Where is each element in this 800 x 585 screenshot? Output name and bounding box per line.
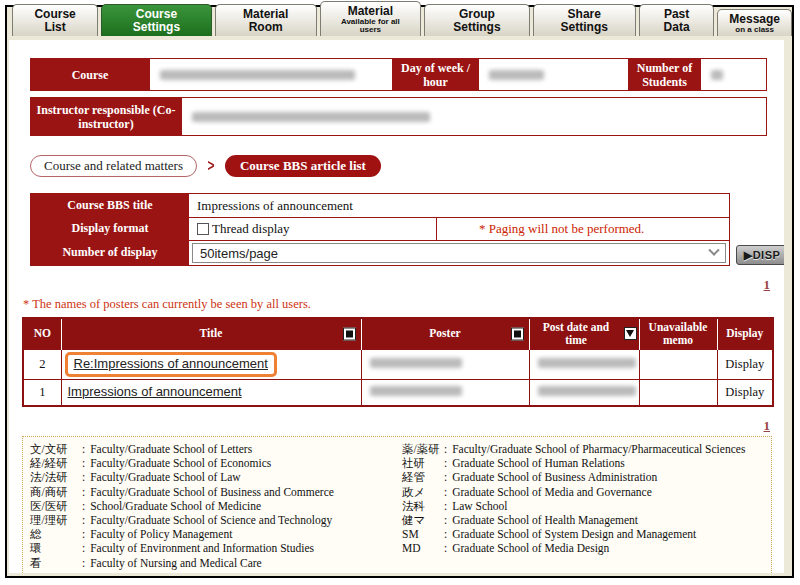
- col-header-date-label: Post date and time: [532, 321, 621, 347]
- bbs-title-value: Impressions of announcement: [189, 194, 729, 217]
- display-format-row: Display format Thread display * Paging w…: [31, 217, 729, 240]
- items-per-page-value: 50items/page: [200, 246, 278, 261]
- legend-abbr: 医/医研: [30, 499, 82, 513]
- legend-item: 総:Faculty of Policy Management: [30, 527, 402, 541]
- legend-item: 薬/薬研:Faculty/Graduate School of Pharmacy…: [402, 442, 767, 456]
- legend-abbr: 法/法研: [30, 470, 82, 484]
- row-poster-cell: [361, 349, 529, 379]
- legend-desc: Faculty/Graduate School of Science and T…: [90, 514, 332, 526]
- legend-colon: :: [82, 457, 85, 469]
- legend-abbr: 健マ: [402, 513, 444, 527]
- tab-past-data[interactable]: Past Data: [639, 4, 714, 36]
- legend-abbr: 薬/薬研: [402, 442, 444, 456]
- tab-bar: Course List Course Settings Material Roo…: [7, 7, 792, 36]
- legend-colon: :: [444, 457, 447, 469]
- tab-material-room[interactable]: Material Room: [215, 4, 317, 36]
- legend-desc: Graduate School of Human Relations: [452, 457, 624, 469]
- page-link[interactable]: 1: [764, 418, 771, 433]
- legend-desc: Faculty of Nursing and Medical Care: [90, 557, 262, 569]
- legend-colon: :: [82, 528, 85, 540]
- tab-label: Course Settings: [113, 8, 200, 34]
- col-header-poster-label: Poster: [429, 327, 460, 339]
- legend-abbr: 政メ: [402, 485, 444, 499]
- legend-item: 法科:Law School: [402, 499, 767, 513]
- poster-visibility-notice: * The names of posters can currently be …: [23, 297, 784, 313]
- breadcrumb-course-related-button[interactable]: Course and related matters: [30, 155, 197, 177]
- thread-display-option: Thread display: [189, 217, 436, 240]
- row-poster-cell: [361, 379, 529, 406]
- legend-item: 健マ:Graduate School of Health Management: [402, 513, 767, 527]
- legend-abbr: 経管: [402, 470, 444, 484]
- number-of-display-label: Number of display: [31, 240, 189, 265]
- breadcrumb-bbs-article-list: Course BBS article list: [225, 155, 381, 177]
- legend-desc: Law School: [452, 500, 507, 512]
- legend-item: 政メ:Graduate School of Media and Governan…: [402, 485, 767, 499]
- legend-colon: :: [82, 500, 85, 512]
- items-per-page-select[interactable]: 50items/page: [192, 243, 726, 263]
- faculty-legend: 文/文研:Faculty/Graduate School of Letters …: [22, 436, 772, 573]
- course-info-row: Course Day of week / hour Number of Stud…: [30, 58, 767, 91]
- legend-colon: :: [444, 443, 447, 455]
- sort-poster-icon[interactable]: [511, 327, 524, 340]
- col-header-title: Title: [61, 318, 361, 349]
- breadcrumb: Course and related matters > Course BBS …: [30, 155, 784, 177]
- tab-share-settings[interactable]: Share Settings: [533, 4, 636, 36]
- legend-desc: Faculty/Graduate School of Pharmacy/Phar…: [452, 443, 745, 455]
- legend-desc: Graduate School of Media and Governance: [452, 486, 652, 498]
- sort-square-glyph: [346, 330, 353, 337]
- col-header-no: NO: [23, 318, 61, 349]
- legend-colon: :: [82, 557, 85, 569]
- tab-course-list[interactable]: Course List: [12, 4, 98, 36]
- legend-abbr: SM: [402, 527, 444, 541]
- legend-abbr: 社研: [402, 456, 444, 470]
- article-link[interactable]: Impressions of announcement: [68, 384, 242, 399]
- legend-item: 経/経研:Faculty/Graduate School of Economic…: [30, 456, 402, 470]
- day-of-week-value: [478, 59, 628, 90]
- tab-group-settings[interactable]: Group Settings: [424, 4, 530, 36]
- legend-abbr: 環: [30, 541, 82, 555]
- tab-label: Material Room: [227, 8, 305, 34]
- row-display-link[interactable]: Display: [717, 379, 773, 406]
- legend-desc: Graduate School of Health Management: [452, 514, 638, 526]
- legend-abbr: 理/理研: [30, 513, 82, 527]
- legend-abbr: 経/経研: [30, 456, 82, 470]
- legend-desc: Faculty/Graduate School of Economics: [90, 457, 271, 469]
- col-header-title-label: Title: [200, 327, 223, 339]
- bbs-title-label: Course BBS title: [31, 194, 189, 217]
- row-date-cell: [529, 379, 639, 406]
- tab-course-settings[interactable]: Course Settings: [101, 4, 212, 36]
- redacted-poster-name: [370, 358, 462, 368]
- table-row: 1 Impressions of announcement Display: [23, 379, 773, 406]
- row-display-link[interactable]: Display: [717, 349, 773, 379]
- tab-label: Share Settings: [545, 8, 624, 34]
- tab-message[interactable]: Message on a class: [717, 9, 792, 36]
- legend-desc: Faculty/Graduate School of Business and …: [90, 486, 334, 498]
- row-title-cell: Re:Impressions of announcement: [61, 349, 361, 379]
- row-memo-cell: [639, 349, 717, 379]
- disp-button[interactable]: ▶DISP: [736, 245, 784, 265]
- col-header-memo: Unavailable memo: [639, 318, 717, 349]
- legend-abbr: 看: [30, 556, 82, 570]
- tab-material-all-users[interactable]: Material Available for all users: [320, 1, 422, 36]
- legend-abbr: 法科: [402, 499, 444, 513]
- course-label: Course: [31, 59, 149, 90]
- sort-title-icon[interactable]: [343, 327, 356, 340]
- sort-date-desc-icon[interactable]: [624, 327, 637, 340]
- instructor-label: Instructor responsible (Co-instructor): [31, 98, 181, 135]
- tab-sublabel: on a class: [729, 26, 780, 34]
- legend-item: 法/法研:Faculty/Graduate School of Law: [30, 470, 402, 484]
- students-label: Number of Students: [628, 59, 700, 90]
- article-link[interactable]: Re:Impressions of announcement: [74, 356, 268, 371]
- page-link[interactable]: 1: [764, 277, 771, 292]
- redacted-poster-name: [370, 386, 462, 396]
- legend-item: 商/商研:Faculty/Graduate School of Business…: [30, 485, 402, 499]
- redacted-post-date: [538, 386, 636, 396]
- students-value: [700, 59, 766, 90]
- main-content: Course Day of week / hour Number of Stud…: [9, 40, 784, 573]
- thread-display-checkbox[interactable]: [197, 223, 209, 235]
- redacted-students-value: [711, 70, 723, 80]
- legend-desc: Graduate School of System Design and Man…: [452, 528, 696, 540]
- legend-item: 文/文研:Faculty/Graduate School of Letters: [30, 442, 402, 456]
- legend-colon: :: [444, 542, 447, 554]
- row-no: 1: [23, 379, 61, 406]
